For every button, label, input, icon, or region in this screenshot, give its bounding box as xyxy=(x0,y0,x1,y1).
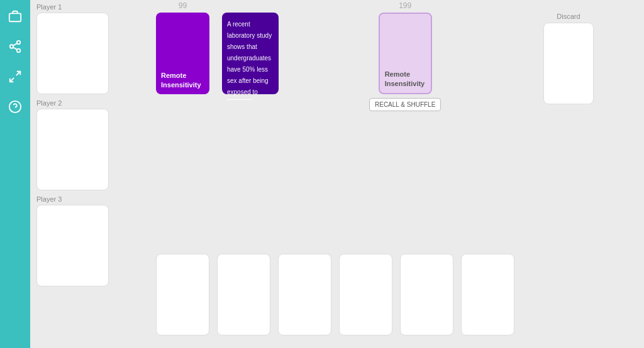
svg-rect-0 xyxy=(9,13,21,21)
player-1-label: Player 1 xyxy=(36,3,109,11)
svg-line-8 xyxy=(10,78,14,82)
draw-pile-count: 99 xyxy=(179,1,187,10)
sidebar xyxy=(0,0,30,348)
recall-pile-count: 199 xyxy=(399,1,411,10)
play-area: 99 Remote Insensitivity A recent laborat… xyxy=(156,13,594,342)
player-2-label: Player 2 xyxy=(36,99,109,107)
discard-section: Discard xyxy=(543,13,594,104)
svg-line-6 xyxy=(13,43,17,46)
svg-point-3 xyxy=(10,45,14,48)
hand-cards-row xyxy=(156,254,514,335)
player-3-label: Player 3 xyxy=(36,195,109,203)
hand-card-3[interactable] xyxy=(278,254,331,335)
main-content: Player 1 Player 2 Player 3 99 Remote Ins… xyxy=(30,0,644,348)
svg-point-4 xyxy=(17,49,21,53)
hand-card-2[interactable] xyxy=(217,254,270,335)
draw-pile-wrapper: 99 Remote Insensitivity xyxy=(156,13,209,94)
briefcase-icon[interactable] xyxy=(5,6,25,26)
draw-pile-card[interactable]: Remote Insensitivity xyxy=(156,13,209,94)
question-card-underline xyxy=(227,99,252,100)
draw-pile-card-text: Remote Insensitivity xyxy=(161,71,204,89)
question-card[interactable]: A recent laboratory study shows that und… xyxy=(222,13,279,94)
discard-label: Discard xyxy=(557,13,580,20)
player-3-card-area[interactable] xyxy=(36,205,109,286)
question-card-wrapper: A recent laboratory study shows that und… xyxy=(222,13,279,94)
player-1-card-area[interactable] xyxy=(36,13,109,94)
hand-card-5[interactable] xyxy=(400,254,453,335)
players-panel: Player 1 Player 2 Player 3 xyxy=(36,3,109,286)
recall-shuffle-button[interactable]: RECALL & SHUFFLE xyxy=(369,98,441,111)
player-1-section: Player 1 xyxy=(36,3,109,94)
hand-card-1[interactable] xyxy=(156,254,209,335)
recall-card-text: Remote Insensitivity xyxy=(385,70,426,88)
question-card-text: A recent laboratory study shows that und… xyxy=(227,21,272,95)
hand-card-4[interactable] xyxy=(339,254,392,335)
discard-pile[interactable] xyxy=(543,23,594,104)
share-icon[interactable] xyxy=(5,36,25,57)
fullscreen-icon[interactable] xyxy=(5,67,25,87)
player-3-section: Player 3 xyxy=(36,195,109,286)
help-icon[interactable] xyxy=(5,97,25,117)
hand-card-6[interactable] xyxy=(461,254,514,335)
player-2-card-area[interactable] xyxy=(36,109,109,190)
top-row: 99 Remote Insensitivity A recent laborat… xyxy=(156,13,594,111)
svg-point-2 xyxy=(17,41,21,45)
svg-line-7 xyxy=(16,72,20,75)
player-2-section: Player 2 xyxy=(36,99,109,190)
svg-line-5 xyxy=(13,47,17,50)
recall-card-wrapper: 199 Remote Insensitivity RECALL & SHUFFL… xyxy=(369,13,441,111)
recall-card[interactable]: Remote Insensitivity xyxy=(379,13,432,94)
